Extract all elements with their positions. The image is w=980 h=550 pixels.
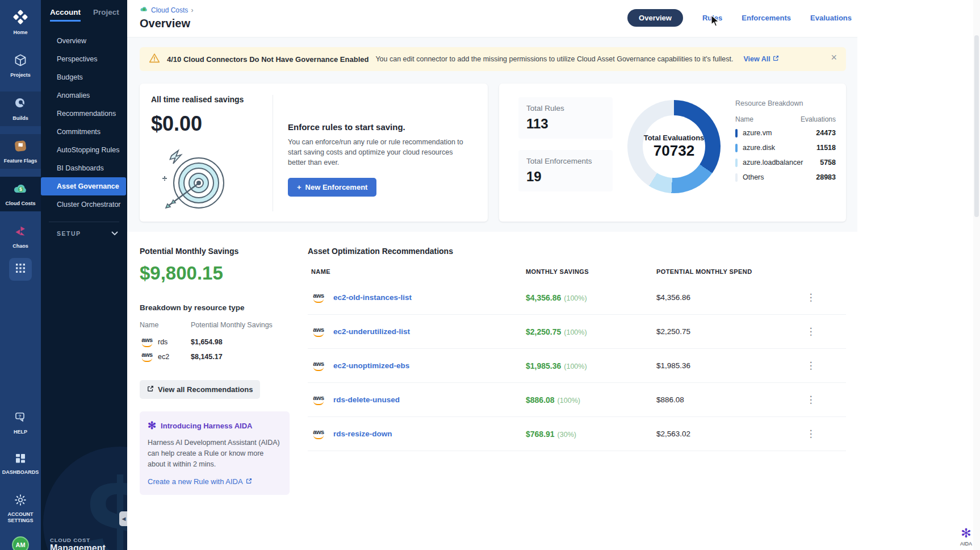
tab-account[interactable]: Account [50,8,81,22]
sidebar-item-anomalies[interactable]: Anomalies [41,86,127,105]
row-menu-icon[interactable]: ⋮ [805,291,816,303]
rule-link[interactable]: rds-resize-down [333,430,392,438]
table-row[interactable]: awsrds-resize-down $768.91(30%) $2,563.0… [308,417,846,451]
row-menu-icon[interactable]: ⋮ [805,394,816,406]
tab-overview[interactable]: Overview [627,9,683,27]
sidebar-setup-toggle[interactable]: SETUP [41,222,127,237]
table-row[interactable]: awsec2-underutilized-list $2,250.75(100%… [308,315,846,349]
banner-close-icon[interactable]: × [831,52,837,64]
resource-type-row: awsec2 $8,145.17 [140,349,290,364]
builds-icon [14,97,27,113]
rail-label: Feature Flags [4,158,37,164]
upper-band: 4/10 Cloud Connectors Do Not Have Govern… [127,38,857,232]
sidebar-item-overview[interactable]: Overview [41,32,127,50]
rail-item-builds[interactable]: Builds [0,91,41,126]
aida-fab-button[interactable]: ✻ AIDA [960,527,972,547]
view-all-recommendations-button[interactable]: View all Recommendations [140,380,260,399]
aida-promo-body: Harness AI Development Assistant (AIDA) … [148,438,282,469]
page-header: Cloud Costs › Overview Overview Rules En… [127,0,857,38]
new-enforcement-button[interactable]: + New Enforcement [288,178,376,197]
rail-item-account-settings[interactable]: ACCOUNT SETTINGS [0,489,41,529]
rule-link[interactable]: ec2-underutilized-list [333,327,410,336]
sidebar-item-cluster-orchestrator[interactable]: Cluster Orchestrator [41,195,127,214]
external-link-icon [147,385,154,394]
legend-swatch [735,173,738,182]
grid-icon [15,263,26,276]
total-rules-value: 113 [526,116,605,132]
sidebar-nav: Overview Perspectives Budgets Anomalies … [41,32,127,214]
potential-savings-column: Potential Monthly Savings $9,800.15 Brea… [140,247,290,495]
rail-label: Projects [10,72,31,78]
vertical-scrollbar[interactable] [973,0,980,550]
dartboard-illustration [154,143,228,215]
recommendations-title: Asset Optimization Recommendations [308,247,846,256]
cloud-costs-breadcrumb-icon [140,6,148,14]
rail-item-chaos[interactable]: Chaos [0,219,41,254]
tab-evaluations[interactable]: Evaluations [810,14,852,22]
row-menu-icon[interactable]: ⋮ [805,428,816,440]
type-col-name: Name [140,321,191,329]
sidebar-item-bi-dashboards[interactable]: BI Dashboards [41,159,127,177]
aida-fab-label: AIDA [960,541,972,547]
recommendations-column: Asset Optimization Recommendations NAME … [308,247,846,495]
breakdown-by-type-title: Breakdown by resource type [140,303,290,312]
legend-swatch [735,144,738,152]
flag-icon [14,139,27,155]
breakdown-row: azure.disk11518 [735,140,836,155]
sidebar-scope-tabs: Account Project [41,8,127,22]
total-enforcements-stat: Total Enforcements 19 [518,150,613,191]
aws-icon: aws [140,337,154,347]
scrollbar-thumb[interactable] [974,35,979,217]
rail-item-feature-flags[interactable]: Feature Flags [0,134,41,169]
banner-view-all-link[interactable]: View All [743,55,778,63]
table-row[interactable]: awsrds-delete-unused $886.08(100%) $886.… [308,383,846,417]
sidebar-item-autostopping-rules[interactable]: AutoStopping Rules [41,141,127,159]
rail-item-home[interactable]: Home [0,5,41,40]
sidebar-item-budgets[interactable]: Budgets [41,68,127,86]
banner-body: You can edit connector to add the missin… [375,55,733,63]
rail-label: DASHBOARDS [2,469,39,476]
aws-icon: aws [311,395,326,405]
user-avatar[interactable]: AM [12,536,29,550]
realised-savings-card: All time realised savings $0.00 [140,84,488,222]
rail-label: Chaos [12,243,28,249]
row-menu-icon[interactable]: ⋮ [805,360,816,372]
harness-logo-icon [13,10,28,27]
aws-icon: aws [311,361,326,371]
enforce-cta-body: You can enforce/run any rule or rule rec… [288,137,472,168]
sidebar-collapse-handle[interactable]: ◀ [119,511,127,526]
breakdown-col-name: Name [735,115,753,123]
sidebar-footer: CLOUD COST Management [50,537,106,550]
rail-item-dashboards[interactable]: DASHBOARDS [0,448,41,480]
tab-project[interactable]: Project [93,8,119,22]
col-potential-spend: POTENTIAL MONTHLY SPEND [656,268,805,275]
plus-icon: + [297,183,301,191]
aws-icon: aws [311,327,326,337]
recommendations-table-header: NAME MONTHLY SAVINGS POTENTIAL MONTHLY S… [308,268,846,281]
tab-enforcements[interactable]: Enforcements [742,14,791,22]
resource-type-row: awsrds $1,654.98 [140,335,290,349]
rail-item-projects[interactable]: Projects [0,48,41,83]
svg-text:$: $ [19,186,22,192]
table-row[interactable]: awsec2-old-instances-list $4,356.86(100%… [308,281,846,315]
create-rule-with-aida-link[interactable]: Create a new Rule with AIDA [148,477,282,486]
rule-link[interactable]: ec2-unoptimized-ebs [333,361,409,370]
rule-link[interactable]: rds-delete-unused [333,395,400,404]
aws-icon: aws [311,429,326,439]
sidebar-item-asset-governance[interactable]: Asset Governance [41,177,126,195]
sidebar-item-recommendations[interactable]: Recommendations [41,105,127,123]
chevron-down-icon [111,230,118,237]
enforce-cta-title: Enforce rules to start saving. [288,122,472,132]
sidebar-item-perspectives[interactable]: Perspectives [41,50,127,68]
module-picker-button[interactable] [9,258,32,281]
rule-link[interactable]: ec2-old-instances-list [333,293,412,302]
tab-rules[interactable]: Rules [702,14,722,22]
sidebar-item-commitments[interactable]: Commitments [41,123,127,141]
breakdown-col-evaluations: Evaluations [801,115,836,123]
rail-item-help[interactable]: ? HELP [0,406,41,440]
table-row[interactable]: awsec2-unoptimized-ebs $1,985.36(100%) $… [308,349,846,383]
main-area: Cloud Costs › Overview Overview Rules En… [127,0,980,550]
row-menu-icon[interactable]: ⋮ [805,326,816,338]
rail-item-cloud-costs[interactable]: $ Cloud Costs [0,177,41,211]
rail-label: HELP [14,429,27,435]
